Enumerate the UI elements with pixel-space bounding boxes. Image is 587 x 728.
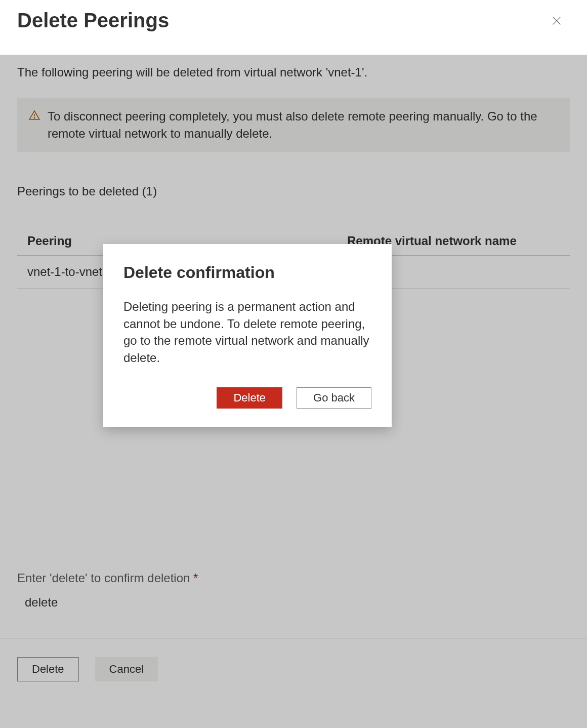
modal-footer: Delete Go back xyxy=(123,387,371,409)
modal-body: Deleting peering is a permanent action a… xyxy=(123,298,371,366)
page-header: Delete Peerings xyxy=(0,0,587,45)
close-icon xyxy=(551,15,562,26)
modal-delete-button[interactable]: Delete xyxy=(217,387,282,409)
close-button[interactable] xyxy=(549,13,565,29)
modal-go-back-button[interactable]: Go back xyxy=(297,387,371,409)
modal-title: Delete confirmation xyxy=(123,263,371,282)
page-title: Delete Peerings xyxy=(17,9,169,32)
delete-confirmation-modal: Delete confirmation Deleting peering is … xyxy=(103,244,392,427)
